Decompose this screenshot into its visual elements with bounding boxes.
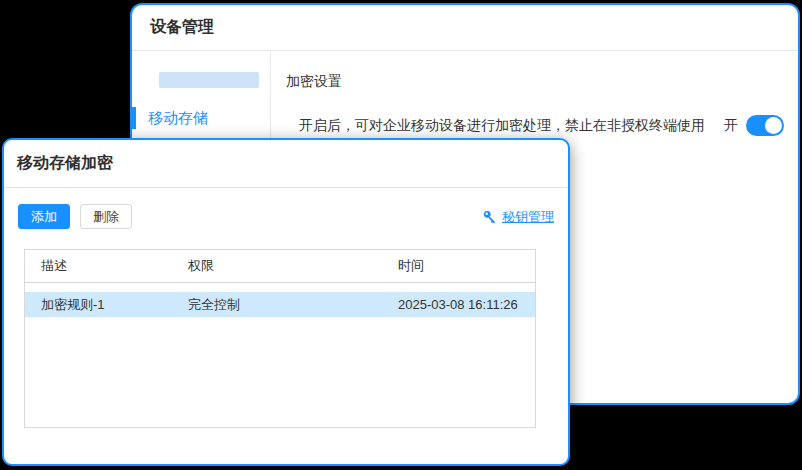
key-icon <box>482 209 497 224</box>
sidebar-skeleton-bar <box>159 72 259 88</box>
encryption-toggle-row: 开启后，可对企业移动设备进行加密处理，禁止在非授权终端使用 开 <box>286 115 784 136</box>
mobile-storage-encryption-dialog: 移动存储加密 添加 删除 秘钥管理 描述 权限 时间 加密规则-1 完全控制 <box>2 138 570 466</box>
key-management-label: 秘钥管理 <box>502 208 554 226</box>
sidebar-item-mobile-storage[interactable]: 移动存储 <box>132 105 270 131</box>
active-indicator-bar <box>132 107 136 129</box>
toggle-knob <box>765 117 782 134</box>
table-header-row: 描述 权限 时间 <box>25 250 535 283</box>
encryption-toggle-switch[interactable] <box>746 115 784 136</box>
toggle-group: 开 <box>724 115 784 136</box>
cell-description: 加密规则-1 <box>41 296 188 314</box>
device-panel-header: 设备管理 <box>132 5 798 51</box>
encryption-settings-title: 加密设置 <box>286 73 784 91</box>
delete-button[interactable]: 删除 <box>80 204 132 229</box>
page-title: 设备管理 <box>150 17 214 38</box>
dialog-toolbar: 添加 删除 秘钥管理 <box>18 204 554 229</box>
cell-permission: 完全控制 <box>188 296 398 314</box>
sidebar-item-label: 移动存储 <box>148 109 208 128</box>
dialog-title: 移动存储加密 <box>17 153 113 174</box>
table-row[interactable]: 加密规则-1 完全控制 2025-03-08 16:11:26 <box>25 292 535 317</box>
encryption-rules-table: 描述 权限 时间 加密规则-1 完全控制 2025-03-08 16:11:26 <box>24 249 536 428</box>
dialog-header: 移动存储加密 <box>4 140 568 188</box>
cell-time: 2025-03-08 16:11:26 <box>398 297 535 312</box>
table-body: 加密规则-1 完全控制 2025-03-08 16:11:26 <box>25 283 535 317</box>
encryption-description: 开启后，可对企业移动设备进行加密处理，禁止在非授权终端使用 <box>286 117 705 135</box>
column-header-permission: 权限 <box>188 257 398 275</box>
key-management-link[interactable]: 秘钥管理 <box>482 208 554 226</box>
toggle-state-label: 开 <box>724 117 738 135</box>
column-header-description: 描述 <box>41 257 188 275</box>
column-header-time: 时间 <box>398 257 535 275</box>
add-button[interactable]: 添加 <box>18 204 70 229</box>
